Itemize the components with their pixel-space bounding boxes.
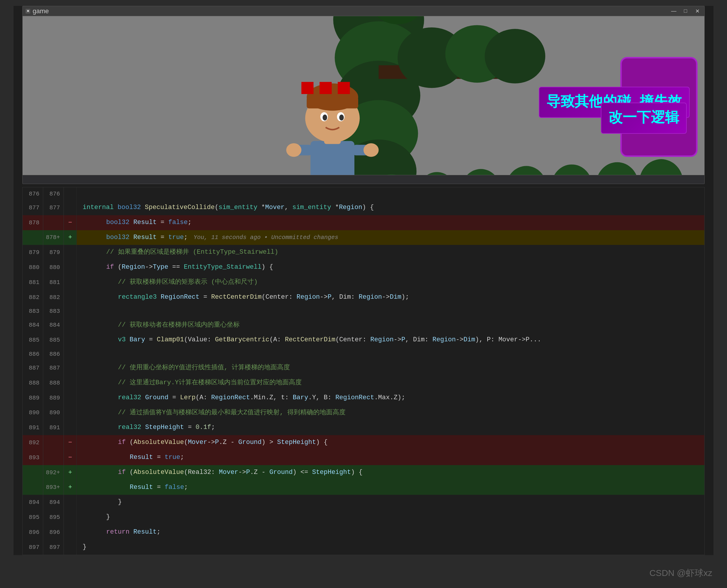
- line-content-896: return Result ;: [77, 525, 704, 540]
- line-content-882: rectangle3 RegionRect = RectCenterDim (C…: [77, 290, 704, 305]
- svg-rect-70: [320, 82, 332, 94]
- code-line-892-del: 892 − if ( AbsoluteValue ( Mover -> P .Z…: [23, 435, 704, 450]
- line-gutter-892-del: −: [64, 435, 77, 450]
- line-num-884-new: 884: [43, 318, 64, 333]
- line-num-893-old: 893: [23, 450, 43, 465]
- type-sim-entity-1: sim_entity: [219, 203, 257, 212]
- line-num-878-new-new: 878+: [43, 230, 64, 245]
- line-num-885-new: 885: [43, 333, 64, 348]
- line-gutter-892-add: +: [64, 465, 77, 480]
- code-line-891: 891 891 real32 StepHeight = 0.1f ;: [23, 420, 704, 435]
- titlebar: ■ game — □ ✕: [23, 6, 704, 16]
- line-content-879: // 如果重叠的区域是楼梯井 (EntityType_Stairwell): [77, 245, 704, 260]
- code-line-889: 889 889 real32 Ground = Lerp (A: RegionR…: [23, 391, 704, 405]
- code-line-877: 877 877 internal bool32 SpeculativeColli…: [23, 200, 704, 215]
- code-line-878-del: 878 − bool32 Result = false ;: [23, 215, 704, 230]
- code-line-885: 885 885 v3 Bary = Clamp01 (Value: GetBar…: [23, 333, 704, 348]
- line-gutter-879: [64, 245, 77, 260]
- line-num-881-new: 881: [43, 275, 64, 290]
- line-content-880: if ( Region -> Type == EntityType_Stairw…: [77, 260, 704, 275]
- line-num-889-new: 889: [43, 391, 64, 405]
- line-num-878-old: 878: [23, 215, 43, 230]
- line-num-897-old: 897: [23, 540, 43, 555]
- line-content-892-add: if ( AbsoluteValue (Real32: Mover -> P .…: [77, 465, 704, 480]
- code-line-886: 886 886: [23, 348, 704, 360]
- line-content-876: [77, 187, 704, 200]
- svg-point-60: [364, 143, 379, 157]
- line-num-892-old: 892: [23, 435, 43, 450]
- line-num-879-old: 879: [23, 245, 43, 260]
- line-num-896-new: 896: [43, 525, 64, 540]
- code-line-892-add: 892+ + if ( AbsoluteValue (Real32: Mover…: [23, 465, 704, 480]
- close-button[interactable]: ✕: [693, 7, 701, 15]
- annotation-bubble-2: 改一下逻辑: [601, 103, 687, 134]
- line-num-884-old: 884: [23, 318, 43, 333]
- window-icon: ■: [26, 9, 30, 14]
- line-content-893-add: Result = false ;: [77, 480, 704, 495]
- line-content-893-del: Result = true ;: [77, 450, 704, 465]
- code-line-881: 881 881 // 获取楼梯井区域的矩形表示 (中心点和尺寸): [23, 275, 704, 290]
- commit-hint: You, 11 seconds ago • Uncommitted change…: [193, 233, 338, 241]
- code-line-876: 876 876: [23, 187, 704, 200]
- line-content-892-del: if ( AbsoluteValue ( Mover -> P .Z - Gro…: [77, 435, 704, 450]
- line-num-880-old: 880: [23, 260, 43, 275]
- maximize-button[interactable]: □: [681, 7, 690, 15]
- line-num-883-new: 883: [43, 305, 64, 318]
- line-gutter-893-del: −: [64, 450, 77, 465]
- line-gutter-878-del: −: [64, 215, 77, 230]
- line-num-892-new-empty: [43, 435, 64, 450]
- line-content-886: [77, 348, 704, 360]
- line-content-884: // 获取移动者在楼梯井区域内的重心坐标: [77, 318, 704, 333]
- line-num-876-new: 876: [43, 187, 64, 200]
- code-line-897: 897 897 }: [23, 540, 704, 555]
- line-num-893-add-old: [23, 480, 43, 495]
- code-line-883: 883 883: [23, 305, 704, 318]
- line-content-895: }: [77, 510, 704, 525]
- line-gutter-891: [64, 420, 77, 435]
- line-num-882-new: 882: [43, 290, 64, 305]
- line-num-893-add-new: 893+: [43, 480, 64, 495]
- code-line-896: 896 896 return Result ;: [23, 525, 704, 540]
- line-gutter-882: [64, 290, 77, 305]
- line-content-877: internal bool32 SpeculativeCollide ( sim…: [77, 200, 704, 215]
- line-num-896-old: 896: [23, 525, 43, 540]
- line-gutter-887: [64, 360, 77, 375]
- type-bool32: bool32: [118, 203, 141, 212]
- line-content-897: }: [77, 540, 704, 555]
- line-num-893-new-empty: [43, 450, 64, 465]
- game-window: ■ game — □ ✕: [22, 6, 705, 184]
- line-gutter-877: [64, 200, 77, 215]
- svg-point-59: [286, 143, 302, 157]
- line-num-883-old: 883: [23, 305, 43, 318]
- line-content-891: real32 StepHeight = 0.1f ;: [77, 420, 704, 435]
- code-line-893-del: 893 − Result = true ;: [23, 450, 704, 465]
- svg-rect-71: [338, 82, 350, 94]
- minimize-button[interactable]: —: [670, 7, 678, 15]
- line-num-876-old: 876: [23, 187, 43, 200]
- code-line-890: 890 890 // 通过插值将Y值与楼梯区域的最小和最大Z值进行映射, 得到精…: [23, 405, 704, 420]
- line-num-877-old: 877: [23, 200, 43, 215]
- line-gutter-878-add: +: [64, 230, 77, 245]
- watermark: CSDN @虾球xz: [649, 567, 712, 579]
- param-region: Region: [339, 203, 362, 212]
- code-line-888: 888 888 // 这里通过Bary.Y计算在楼梯区域内当前位置对应的地面高度: [23, 375, 704, 391]
- code-line-878-add: 878+ + bool32 Result = true ; You, 11 se…: [23, 230, 704, 245]
- svg-rect-56: [311, 141, 354, 175]
- line-num-886-old: 886: [23, 348, 43, 360]
- svg-point-16: [485, 29, 545, 83]
- line-gutter-885: [64, 333, 77, 348]
- line-num-887-new: 887: [43, 360, 64, 375]
- code-line-884: 884 884 // 获取移动者在楼梯井区域内的重心坐标: [23, 318, 704, 333]
- svg-point-67: [323, 114, 327, 121]
- line-num-894-new: 894: [43, 495, 64, 510]
- line-gutter-876: [64, 187, 77, 200]
- code-line-894: 894 894 }: [23, 495, 704, 510]
- line-num-878-new-old: [23, 230, 43, 245]
- window-bottom-bar: [23, 175, 704, 184]
- line-num-879-new: 879: [43, 245, 64, 260]
- line-gutter-881: [64, 275, 77, 290]
- line-content-878-del: bool32 Result = false ;: [77, 215, 704, 230]
- line-num-890-new: 890: [43, 405, 64, 420]
- line-num-890-old: 890: [23, 405, 43, 420]
- param-mover: Mover: [265, 203, 285, 212]
